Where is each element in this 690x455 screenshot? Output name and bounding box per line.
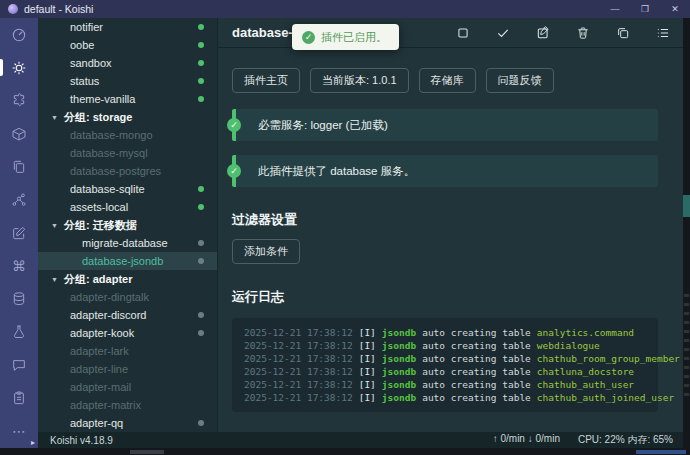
plugin-nav-item[interactable]: status	[38, 72, 217, 90]
minimize-button[interactable]: —	[600, 0, 630, 18]
add-condition-button[interactable]: 添加条件	[232, 239, 300, 264]
expand-arrow-icon[interactable]: ▸	[31, 438, 35, 447]
log-entry: 2025-12-21 17:38:12[I]jsondbauto creatin…	[244, 365, 646, 378]
log-logger-name: jsondb	[382, 366, 416, 377]
activity-dependencies[interactable]	[0, 183, 38, 216]
activity-files[interactable]	[0, 150, 38, 183]
close-button[interactable]: ✕	[660, 0, 690, 18]
plugin-nav-item[interactable]: adapter-mail	[38, 378, 217, 396]
cpu-memory-stat: CPU: 22% 内存: 65%	[578, 433, 673, 447]
rename-plugin-button[interactable]	[535, 25, 551, 41]
clone-plugin-button[interactable]	[615, 25, 631, 41]
activity-market[interactable]	[0, 117, 38, 150]
activity-commands[interactable]: ⌘	[0, 249, 38, 282]
service-alert: ✓ 必需服务: logger (已加载)	[232, 109, 658, 141]
run-log-output[interactable]: 2025-12-21 17:38:12[I]jsondbauto creatin…	[232, 318, 658, 412]
plugin-nav-item[interactable]: database-mongo	[38, 126, 217, 144]
plugin-nav-item[interactable]: database-mysql	[38, 144, 217, 162]
background-fragment	[130, 450, 164, 454]
plugin-nav-item[interactable]: adapter-discord	[38, 306, 217, 324]
alert-check-icon: ✓	[227, 118, 241, 132]
plugin-name-label: adapter-mail	[70, 381, 131, 393]
plugin-name-label: 分组: adapter	[64, 272, 132, 287]
plugin-nav-item[interactable]: oobe	[38, 36, 217, 54]
plugin-nav-item[interactable]: database-sqlite	[38, 180, 217, 198]
window-title: default - Koishi	[24, 3, 93, 15]
log-entry: 2025-12-21 17:38:12[I]jsondbauto creatin…	[244, 391, 646, 404]
status-dot	[198, 330, 204, 336]
plugin-name-label: database-sqlite	[70, 183, 145, 195]
stop-plugin-button[interactable]	[455, 25, 471, 41]
activity-settings[interactable]	[0, 51, 38, 84]
remove-plugin-button[interactable]	[575, 25, 591, 41]
plugin-name-label: status	[70, 75, 99, 87]
gear-icon	[11, 60, 27, 76]
plugin-name-label: adapter-line	[70, 363, 128, 375]
meta-link-button[interactable]: 问题反馈	[486, 68, 554, 93]
log-logger-name: jsondb	[382, 379, 416, 390]
log-message: auto creating table	[422, 353, 531, 364]
plugin-name-label: adapter-lark	[70, 345, 129, 357]
meta-link-button[interactable]: 当前版本: 1.0.1	[310, 68, 409, 93]
log-table-name: chathub_room_group_member	[537, 353, 680, 364]
log-timestamp: 2025-12-21 17:38:12	[244, 392, 353, 403]
plugin-nav-item[interactable]: database-postgres	[38, 162, 217, 180]
logs-section-title: 运行日志	[232, 288, 658, 306]
alert-message: 必需服务: logger (已加载)	[258, 118, 388, 133]
plugin-nav-item[interactable]: adapter-lark	[38, 342, 217, 360]
plugin-nav-item[interactable]: theme-vanilla	[38, 90, 217, 108]
log-table-name: chathub_auth_user	[537, 379, 634, 390]
toast-notification: ✓ 插件已启用。	[292, 24, 399, 50]
log-level: [I]	[359, 327, 376, 338]
activity-dashboard[interactable]	[0, 18, 38, 51]
apply-config-button[interactable]	[495, 25, 511, 41]
plugin-name-label: theme-vanilla	[70, 93, 135, 105]
log-timestamp: 2025-12-21 17:38:12	[244, 340, 353, 351]
plugin-nav-item[interactable]: ▼ 分组: adapter	[38, 270, 217, 288]
plugin-nav-item[interactable]: migrate-database	[38, 234, 217, 252]
plugin-nav-item[interactable]: notifier	[38, 18, 217, 36]
plugin-nav-item[interactable]: adapter-kook	[38, 324, 217, 342]
activity-database[interactable]	[0, 282, 38, 315]
activity-tasks[interactable]	[0, 381, 38, 414]
koishi-logo-icon	[8, 4, 18, 14]
plugin-nav-panel: notifier oobe sandbox status theme-vanil…	[38, 18, 218, 432]
alert-check-icon: ✓	[227, 164, 241, 178]
plugin-nav-item[interactable]: adapter-line	[38, 360, 217, 378]
manage-config-button[interactable]	[655, 25, 671, 41]
status-dot	[198, 312, 204, 318]
activity-editor[interactable]	[0, 216, 38, 249]
background-fragment	[636, 450, 686, 454]
activity-sandbox[interactable]	[0, 315, 38, 348]
plugin-nav-item[interactable]: ▼ 分组: 迁移数据	[38, 216, 217, 234]
log-logger-name: jsondb	[382, 353, 416, 364]
log-level: [I]	[359, 366, 376, 377]
activity-bar: ⌘ ⋯ ▸	[0, 18, 38, 448]
background-window-right-sliver	[683, 18, 690, 455]
log-entry: 2025-12-21 17:38:12[I]jsondbauto creatin…	[244, 352, 646, 365]
meta-link-button[interactable]: 存储库	[419, 68, 476, 93]
activity-plugins[interactable]	[0, 84, 38, 117]
plugin-toolbar	[455, 25, 671, 41]
meta-link-button[interactable]: 插件主页	[232, 68, 300, 93]
plugin-name-label: adapter-discord	[70, 309, 146, 321]
plugin-nav-item[interactable]: adapter-dingtalk	[38, 288, 217, 306]
log-level: [I]	[359, 392, 376, 403]
plugin-nav-item[interactable]: adapter-matrix	[38, 396, 217, 414]
plugin-nav-item[interactable]: assets-local	[38, 198, 217, 216]
toast-message: 插件已启用。	[321, 30, 387, 45]
edit-icon	[536, 26, 550, 40]
status-dot	[198, 204, 204, 210]
success-check-icon: ✓	[302, 31, 315, 44]
log-table-name: chathub_auth_joined_user	[537, 392, 674, 403]
maximize-button[interactable]: ❐	[630, 0, 660, 18]
plugin-nav-item[interactable]: adapter-qq	[38, 414, 217, 432]
plugin-nav-item[interactable]: ▼ 分组: storage	[38, 108, 217, 126]
plugin-nav-item[interactable]: database-jsondb	[38, 252, 217, 270]
chat-bubble-icon	[11, 357, 27, 373]
log-timestamp: 2025-12-21 17:38:12	[244, 366, 353, 377]
log-logger-name: jsondb	[382, 392, 416, 403]
log-message: auto creating table	[422, 379, 531, 390]
plugin-nav-item[interactable]: sandbox	[38, 54, 217, 72]
activity-chat[interactable]	[0, 348, 38, 381]
